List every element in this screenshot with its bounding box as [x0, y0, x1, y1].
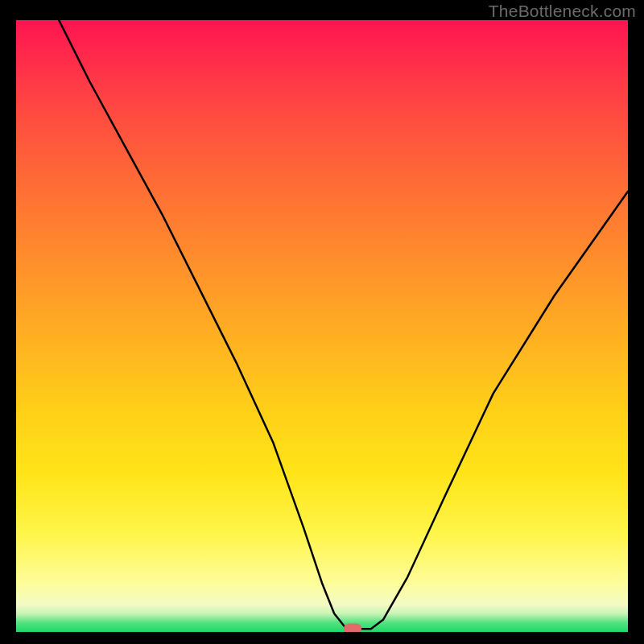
watermark-text: TheBottleneck.com — [489, 2, 636, 21]
chart-frame: TheBottleneck.com — [0, 0, 644, 644]
optimum-marker — [344, 624, 361, 632]
plot-area — [16, 20, 628, 632]
bottleneck-curve — [16, 20, 628, 632]
